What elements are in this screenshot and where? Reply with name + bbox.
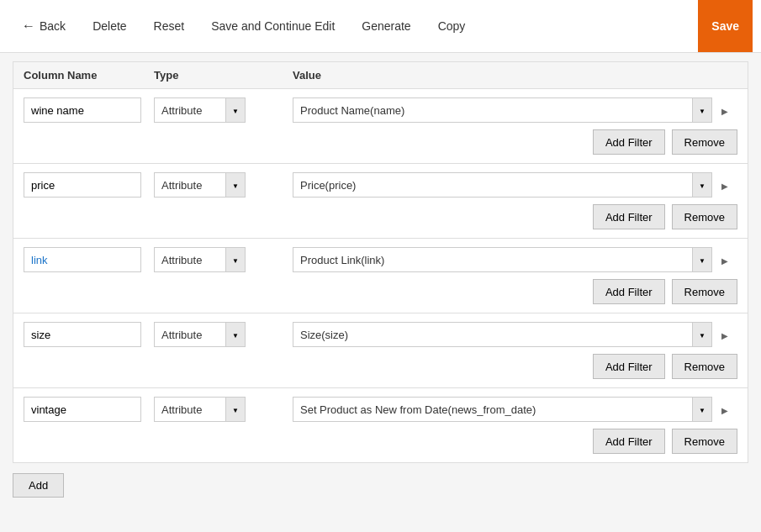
type-display: Attribute: [154, 322, 225, 347]
remove-button[interactable]: Remove: [672, 354, 737, 379]
chevron-down-icon: [699, 405, 706, 414]
add-filter-button[interactable]: Add Filter: [593, 279, 665, 304]
type-dropdown-button[interactable]: [225, 247, 246, 272]
toolbar: ← Back Delete Reset Save and Continue Ed…: [0, 0, 761, 53]
type-cell: Attribute: [154, 172, 293, 198]
value-cell: Set Product as New from Date(news_from_d…: [293, 397, 712, 422]
value-dropdown-button[interactable]: [692, 397, 712, 422]
expand-button[interactable]: [712, 402, 737, 417]
value-display: Product Link(link): [293, 247, 692, 272]
column-name-input[interactable]: [24, 97, 141, 123]
chevron-right-icon: [721, 103, 728, 117]
table-row: Attribute Product Name(name) Add Filter …: [13, 89, 748, 164]
column-name-cell: [24, 97, 154, 123]
chevron-right-icon: [721, 327, 728, 341]
column-name-cell: [24, 397, 154, 422]
type-dropdown-button[interactable]: [225, 397, 246, 422]
save-continue-button[interactable]: Save and Continue Edit: [198, 0, 348, 52]
value-display: Set Product as New from Date(news_from_d…: [293, 397, 692, 422]
table-row: Attribute Product Link(link) Add Filter …: [13, 239, 748, 313]
value-dropdown-button[interactable]: [692, 322, 712, 347]
main-content: Column Name Type Value Attribute Product…: [0, 53, 761, 506]
remove-button[interactable]: Remove: [672, 429, 737, 454]
chevron-down-icon: [232, 255, 239, 265]
reset-button[interactable]: Reset: [140, 0, 198, 52]
value-display: Size(size): [293, 322, 692, 347]
value-cell: Price(price): [293, 172, 712, 198]
type-cell: Attribute: [154, 97, 293, 123]
expand-button[interactable]: [712, 252, 737, 267]
type-display: Attribute: [154, 247, 225, 272]
add-filter-button[interactable]: Add Filter: [593, 354, 665, 379]
add-filter-button[interactable]: Add Filter: [593, 129, 665, 155]
remove-button[interactable]: Remove: [672, 129, 737, 155]
table-header: Column Name Type Value: [13, 61, 748, 89]
col-name-header: Column Name: [24, 69, 154, 82]
type-dropdown-button[interactable]: [225, 97, 246, 123]
add-button[interactable]: Add: [13, 473, 64, 498]
type-dropdown-button[interactable]: [225, 172, 246, 198]
row-actions: Add Filter Remove: [24, 204, 737, 229]
table-row: Attribute Size(size) Add Filter Remove: [13, 313, 748, 388]
value-dropdown-button[interactable]: [692, 247, 712, 272]
copy-button[interactable]: Copy: [425, 0, 479, 52]
value-cell: Product Link(link): [293, 247, 712, 272]
chevron-down-icon: [232, 330, 239, 340]
column-name-cell: [24, 172, 154, 198]
chevron-down-icon: [699, 330, 706, 340]
column-name-input[interactable]: [24, 322, 141, 347]
value-cell: Size(size): [293, 322, 712, 347]
chevron-right-icon: [721, 177, 728, 192]
column-name-cell: [24, 247, 154, 272]
row-actions: Add Filter Remove: [24, 354, 737, 379]
row-actions: Add Filter Remove: [24, 429, 737, 454]
delete-button[interactable]: Delete: [79, 0, 140, 52]
remove-button[interactable]: Remove: [672, 204, 737, 229]
column-name-input[interactable]: [24, 172, 141, 198]
table-row: Attribute Price(price) Add Filter Remove: [13, 164, 748, 239]
back-button[interactable]: ← Back: [8, 0, 79, 52]
column-name-input[interactable]: [24, 247, 141, 272]
chevron-right-icon: [721, 402, 728, 416]
table-row: Attribute Set Product as New from Date(n…: [13, 388, 748, 463]
expand-button[interactable]: [712, 103, 737, 118]
type-display: Attribute: [154, 172, 225, 198]
type-dropdown-button[interactable]: [225, 322, 246, 347]
row-actions: Add Filter Remove: [24, 279, 737, 304]
value-dropdown-button[interactable]: [692, 97, 712, 123]
chevron-down-icon: [699, 255, 706, 265]
value-cell: Product Name(name): [293, 97, 712, 123]
type-cell: Attribute: [154, 397, 293, 422]
type-display: Attribute: [154, 97, 225, 123]
back-arrow-icon: ←: [22, 18, 35, 34]
chevron-down-icon: [232, 181, 239, 190]
chevron-down-icon: [232, 106, 239, 115]
chevron-right-icon: [721, 252, 728, 266]
col-type-header: Type: [154, 69, 293, 82]
column-name-cell: [24, 322, 154, 347]
type-cell: Attribute: [154, 322, 293, 347]
remove-button[interactable]: Remove: [672, 279, 737, 304]
chevron-down-icon: [699, 106, 706, 115]
expand-button[interactable]: [712, 177, 737, 192]
expand-button[interactable]: [712, 327, 737, 342]
generate-button[interactable]: Generate: [348, 0, 424, 52]
add-filter-button[interactable]: Add Filter: [593, 429, 665, 454]
type-display: Attribute: [154, 397, 225, 422]
column-name-input[interactable]: [24, 397, 141, 422]
value-display: Price(price): [293, 172, 692, 198]
add-filter-button[interactable]: Add Filter: [593, 204, 665, 229]
row-actions: Add Filter Remove: [24, 129, 737, 155]
chevron-down-icon: [699, 181, 706, 190]
value-display: Product Name(name): [293, 97, 692, 123]
chevron-down-icon: [232, 405, 239, 414]
col-value-header: Value: [293, 69, 737, 82]
type-cell: Attribute: [154, 247, 293, 272]
value-dropdown-button[interactable]: [692, 172, 712, 198]
save-button[interactable]: Save: [698, 0, 753, 52]
